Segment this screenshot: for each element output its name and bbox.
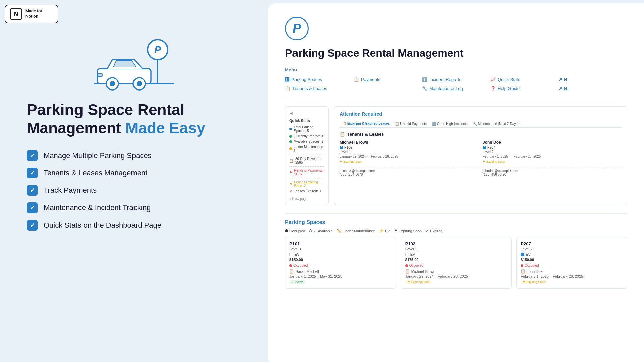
tab-maintenance[interactable]: 🔧 Maintenance (Next 7 Days): [470, 120, 521, 127]
tenants-grid: Michael Brown 🅿 P102 Level 1 January 29,…: [340, 140, 622, 176]
payments-icon: 📋: [354, 77, 359, 82]
stats-title: Quick Stats: [289, 119, 324, 123]
attention-title: Attention Required: [340, 111, 622, 117]
left-panel: N Made for Notion P: [0, 0, 268, 362]
tenant-card-michael: Michael Brown 🅿 P102 Level 1 January 29,…: [340, 140, 479, 176]
feature-item: Quick Stats on the Dashboard Page: [27, 220, 241, 231]
revenue-icon: 📋: [289, 159, 293, 163]
stat-row-available: Available Spaces: 1: [289, 140, 324, 143]
check-icon-2: [27, 168, 38, 178]
tab-open-incidents[interactable]: ℹ️ Open High Incidents: [429, 120, 470, 127]
page-icon: P: [285, 17, 309, 40]
help-icon: ❓: [490, 86, 496, 91]
p102-status: Occupied: [405, 264, 507, 267]
p102-tenant: 📋 Michael Brown: [405, 269, 507, 274]
menu-item-empty: [354, 85, 422, 93]
menu-item-tenants[interactable]: 📋 Tenants & Leases: [285, 85, 354, 93]
notion-badge: N Made for Notion: [5, 5, 58, 23]
p207-ev: EV: [521, 252, 623, 256]
check-icon-4: [27, 202, 38, 213]
feature-list: Manage Multiple Parking Spaces Tenants &…: [27, 150, 241, 231]
p207-badge: ⚑ Expiring Soon: [521, 280, 547, 284]
tenant-card-john: John Doe 🅿 P207 Level 2 February 1, 2025…: [483, 140, 622, 176]
ev-checkbox-p102: [405, 253, 409, 256]
tab-unpaid-payments[interactable]: 📋 Unpaid Payments: [392, 120, 429, 127]
expiring-icon: ⚑: [289, 182, 292, 186]
main-heading: Parking Space Rental Management Made Eas…: [27, 101, 241, 137]
svg-rect-9: [97, 74, 102, 76]
expiring-filter-icon: ⚑: [394, 229, 397, 233]
menu-item-parking-spaces[interactable]: 🅿 Parking Spaces: [285, 76, 354, 83]
check-icon-3: [27, 185, 38, 196]
filter-expiring[interactable]: ⚑ Expiring Soon: [394, 229, 422, 233]
p102-badge: ⚑ Expiring Soon: [405, 280, 432, 284]
feature-item: Maintenance & Incident Tracking: [27, 202, 241, 213]
right-panel: P Parking Space Rental Management Menu 🅿…: [268, 3, 644, 362]
stat-row-maintenance: Under Maintenance: 1: [289, 145, 324, 153]
parking-cards-row: P101 Level 1 EV $150.00 Occupied 📋 Sarah…: [285, 237, 627, 289]
ev-filter-icon: ⚡: [379, 229, 384, 233]
parking-section-title: Parking Spaces: [285, 219, 627, 225]
notion-badge-text: Made for Notion: [25, 9, 42, 19]
stat-row-pending: ⚑ Pending Payments: $675: [289, 169, 324, 176]
svg-text:P: P: [154, 44, 161, 55]
menu-item-quick-stats[interactable]: 📈 Quick Stats: [490, 76, 559, 83]
parking-card-p101: P101 Level 1 EV $150.00 Occupied 📋 Sarah…: [285, 237, 396, 289]
p207-tenant: 📋 John Doe: [521, 269, 623, 274]
maintenance-icon: 🔧: [422, 86, 427, 91]
filter-ev[interactable]: ⚡ EV: [379, 229, 390, 233]
parking-card-p102: P102 Level 1 EV $175.00 Occupied 📋 Micha…: [401, 237, 512, 289]
menu-item-maintenance[interactable]: 🔧 Maintenance Log: [422, 85, 490, 93]
attention-tabs: 📋 Expiring & Expired Leases 📋 Unpaid Pay…: [340, 120, 622, 128]
p102-ev: EV: [405, 252, 507, 256]
p101-status: Occupied: [289, 264, 392, 267]
expired-filter-icon: ✕: [426, 229, 429, 233]
filter-expired[interactable]: ✕ Expired: [426, 229, 442, 233]
stat-row-revenue: 📋 30-Day Revenue: $565: [289, 157, 324, 164]
stats-icon: 📈: [490, 77, 496, 82]
expired-icon: ✕: [289, 189, 292, 193]
incident-icon: ℹ️: [422, 77, 427, 82]
tab-expiring-leases[interactable]: 📋 Expiring & Expired Leases: [340, 120, 392, 128]
menu-item-help[interactable]: ❓ Help Guide: [490, 85, 559, 93]
svg-point-6: [110, 81, 115, 86]
p101-tenant: 📋 Sarah Mitchell: [289, 269, 392, 274]
pending-icon: ⚑: [289, 171, 292, 174]
feature-item: Track Payments: [27, 185, 241, 196]
notion-page: P Parking Space Rental Management Menu 🅿…: [268, 3, 644, 362]
tenants-icon: 📋: [285, 86, 290, 91]
filter-occupied[interactable]: Occupied: [285, 229, 305, 233]
menu-grid: 🅿 Parking Spaces 📋 Payments ℹ️ Incident …: [285, 76, 627, 98]
p101-ev: EV: [289, 252, 392, 256]
p207-status: Occupied: [521, 264, 623, 267]
menu-item-incident-reports[interactable]: ℹ️ Incident Reports: [422, 76, 490, 83]
feature-item: Tenants & Leases Management: [27, 168, 241, 178]
stat-row-expired: ✕ Leases Expired: 0: [289, 189, 324, 193]
stat-row-total: Total Parking Spaces: 5: [289, 125, 324, 133]
filter-available[interactable]: ✓ Available: [309, 229, 332, 233]
tenants-section-title: 📋 Tenants & Leases: [340, 132, 622, 137]
tenant-space-1: 🅿 P102: [340, 146, 479, 149]
ev-checkbox-p207: [521, 253, 524, 256]
menu-item-payments[interactable]: 📋 Payments: [354, 76, 422, 83]
filter-maintenance[interactable]: ✏️ Under Maintenance: [337, 229, 375, 233]
svg-point-8: [137, 81, 142, 86]
dashboard-area: ⊞ Quick Stats Total Parking Spaces: 5 Cu…: [285, 106, 627, 205]
notion-badge-icon: N: [10, 8, 22, 20]
check-icon-5: [27, 220, 38, 231]
new-page-button[interactable]: + New page: [289, 197, 324, 201]
parking-illustration: P: [27, 37, 241, 90]
p101-badge: ✓ Active: [289, 280, 306, 284]
menu-label: Menu: [285, 67, 627, 72]
feature-item: Manage Multiple Parking Spaces: [27, 150, 241, 161]
stats-sidebar: ⊞ Quick Stats Total Parking Spaces: 5 Cu…: [285, 106, 329, 205]
page-title: Parking Space Rental Management: [285, 47, 627, 59]
parking-section: Parking Spaces Occupied ✓ Available ✏️ U…: [285, 213, 627, 289]
dashboard-icon: ⊞: [289, 111, 324, 116]
tenant-space-2: 🅿 P207: [483, 146, 622, 149]
tenants-section-icon: 📋: [340, 132, 345, 137]
menu-item-n2[interactable]: ↗ N: [559, 85, 627, 93]
menu-item-n1[interactable]: ↗ N: [559, 76, 627, 83]
parking-icon: 🅿: [285, 77, 289, 82]
tenant-badge-2: ⚑ Expiring Soon: [483, 160, 505, 163]
